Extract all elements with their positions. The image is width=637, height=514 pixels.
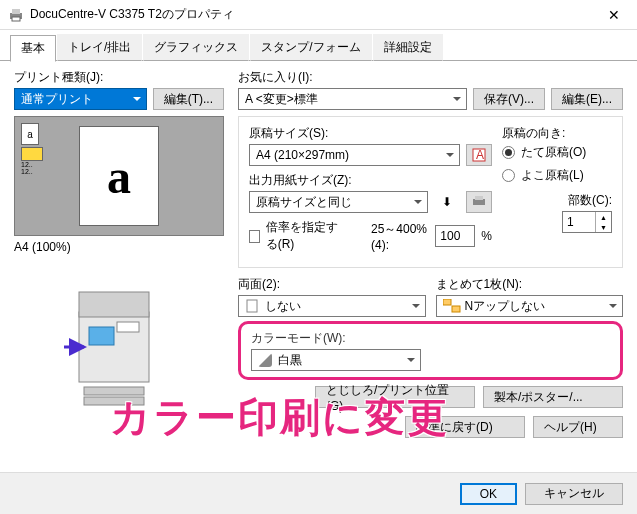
scale-checkbox[interactable] [249,230,260,243]
orig-size-select[interactable]: A4 (210×297mm) [249,144,460,166]
orig-size-label: 原稿サイズ(S): [249,125,492,142]
svg-rect-15 [452,306,460,312]
tab-tray[interactable]: トレイ/排出 [57,34,142,61]
color-mode-select[interactable]: 白黒 [251,349,421,371]
close-button[interactable]: ✕ [591,0,637,30]
footer: OK キャンセル [0,472,637,514]
copies-spinner[interactable]: 1▲▼ [562,211,612,233]
printer-icon-button[interactable] [466,191,492,213]
tab-basic[interactable]: 基本 [10,35,56,62]
size-info-button[interactable]: A [466,144,492,166]
printer-small-icon [472,196,486,208]
ok-button[interactable]: OK [460,483,517,505]
page-a-icon: A [472,148,486,162]
tabs: 基本 トレイ/排出 グラフィックス スタンプ/フォーム 詳細設定 [0,34,637,61]
landscape-radio[interactable] [502,169,515,182]
svg-rect-5 [84,387,144,395]
color-mode-label: カラーモード(W): [251,330,610,347]
favorites-select[interactable]: A <変更>標準 [238,88,467,110]
out-size-label: 出力用紙サイズ(Z): [249,172,492,189]
favorites-label: お気に入り(I): [238,69,623,86]
svg-rect-8 [117,322,139,332]
edit-fav-button[interactable]: 編集(E)... [551,88,623,110]
page-preview: a [79,126,159,226]
window-title: DocuCentre-V C3375 T2のプロパティ [30,6,591,23]
duplex-select[interactable]: しない [238,295,426,317]
scale-range-label: 25～400%(4): [371,221,429,252]
bw-icon [258,353,272,367]
nup-label: まとめて1枚(N): [436,276,624,293]
booklet-button[interactable]: 製本/ポスター/... [483,386,623,408]
portrait-radio[interactable] [502,146,515,159]
svg-rect-4 [79,292,149,317]
defaults-button[interactable]: 標準に戻す(D) [405,416,525,438]
svg-rect-6 [84,397,144,405]
nup-icon [443,299,461,313]
preview-label: A4 (100%) [14,240,224,254]
save-button[interactable]: 保存(V)... [473,88,545,110]
svg-rect-2 [12,17,20,21]
printer-icon [8,7,24,23]
svg-text:A: A [476,148,484,162]
binding-button[interactable]: とじしろ/プリント位置(G)... [315,386,475,408]
scale-input[interactable] [435,225,475,247]
nup-select[interactable]: Nアップしない [436,295,624,317]
thumb-icon: a [21,123,39,145]
page-icon [245,299,261,313]
scale-label: 倍率を指定する(R) [266,219,345,253]
cancel-button[interactable]: キャンセル [525,483,623,505]
out-size-select[interactable]: 原稿サイズと同じ [249,191,428,213]
tab-graphics[interactable]: グラフィックス [143,34,249,61]
thumb-mini-icon [21,147,43,161]
duplex-label: 両面(2): [238,276,426,293]
help-button[interactable]: ヘルプ(H) [533,416,623,438]
preview-pane: a 12..12.. a [14,116,224,236]
print-type-label: プリント種類(J): [14,69,224,86]
orientation-label: 原稿の向き: [502,125,612,142]
svg-rect-13 [247,300,257,312]
tab-stamp[interactable]: スタンプ/フォーム [250,34,371,61]
titlebar: DocuCentre-V C3375 T2のプロパティ ✕ [0,0,637,30]
svg-rect-12 [475,196,483,200]
print-type-select[interactable]: 通常プリント [14,88,147,110]
printer-illustration [14,272,224,415]
color-mode-highlight: カラーモード(W): 白黒 [238,321,623,380]
svg-rect-1 [12,9,20,14]
edit-button[interactable]: 編集(T)... [153,88,224,110]
tab-advanced[interactable]: 詳細設定 [373,34,443,61]
svg-rect-7 [89,327,114,345]
arrow-down-icon: ⬇ [434,195,460,209]
svg-rect-14 [443,299,451,305]
copies-label: 部数(C): [502,192,612,209]
